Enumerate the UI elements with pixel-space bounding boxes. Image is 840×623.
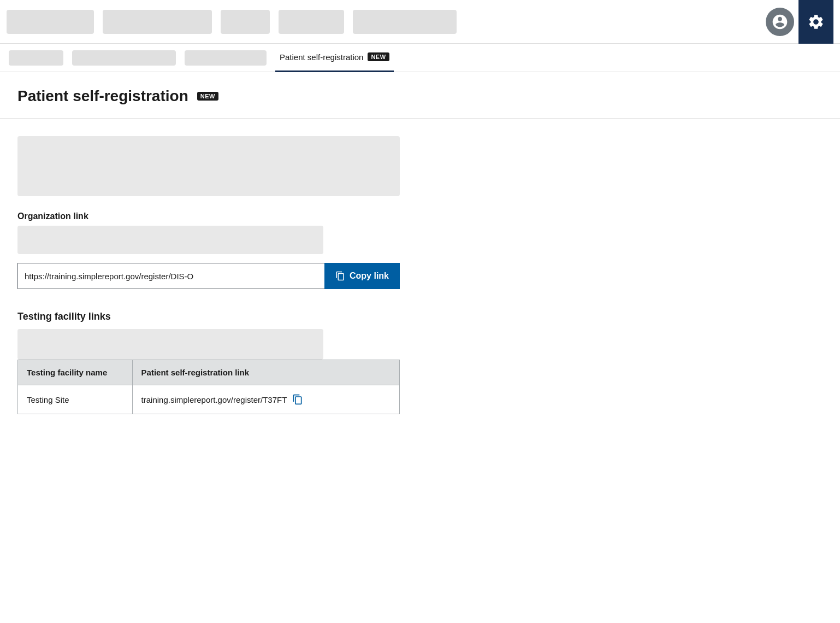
- page-title: Patient self-registration: [17, 87, 188, 105]
- page-new-badge: NEW: [197, 92, 218, 101]
- tab-placeholder-2: [72, 50, 176, 66]
- col-header-reg-link: Patient self-registration link: [132, 360, 399, 385]
- tab-bar: Patient self-registration NEW: [0, 44, 840, 72]
- copy-icon: [335, 271, 345, 281]
- tab-patient-self-registration[interactable]: Patient self-registration NEW: [275, 44, 394, 72]
- nav-item-placeholder-2: [221, 10, 270, 34]
- main-content: Patient self-registration NEW Organizati…: [0, 72, 840, 623]
- tab-placeholder-3: [185, 50, 267, 66]
- page-content: Organization link Copy link Testing faci…: [0, 119, 840, 432]
- copy-link-button[interactable]: Copy link: [324, 263, 400, 289]
- reg-link-text: training.simplereport.gov/register/T37FT: [141, 395, 287, 404]
- nav-item-placeholder-3: [279, 10, 344, 34]
- table-body: Testing Sitetraining.simplereport.gov/re…: [18, 385, 400, 414]
- nav-item-placeholder-1: [103, 10, 212, 34]
- nav-logo-placeholder: [7, 10, 94, 34]
- tab-placeholder-1: [9, 50, 63, 66]
- url-copy-row: Copy link: [17, 263, 400, 289]
- table-header-row: Testing facility name Patient self-regis…: [18, 360, 400, 385]
- table-head: Testing facility name Patient self-regis…: [18, 360, 400, 385]
- copy-link-label: Copy link: [350, 271, 389, 281]
- user-icon-button[interactable]: [766, 8, 794, 36]
- table-row: Testing Sitetraining.simplereport.gov/re…: [18, 385, 400, 414]
- cell-reg-link: training.simplereport.gov/register/T37FT: [132, 385, 399, 414]
- settings-button[interactable]: [798, 0, 833, 44]
- org-link-label: Organization link: [17, 211, 823, 221]
- top-nav: [0, 0, 840, 44]
- facility-desc-placeholder: [17, 329, 323, 360]
- inline-copy-button[interactable]: [292, 394, 303, 405]
- user-circle-icon: [771, 13, 789, 31]
- description-placeholder: [17, 136, 400, 196]
- nav-item-placeholder-4: [353, 10, 457, 34]
- tab-new-badge: NEW: [368, 52, 389, 61]
- cell-facility-name: Testing Site: [18, 385, 133, 414]
- inline-copy-icon: [292, 394, 303, 405]
- col-header-facility-name: Testing facility name: [18, 360, 133, 385]
- org-link-placeholder: [17, 226, 323, 254]
- facility-links-label: Testing facility links: [17, 311, 823, 322]
- gear-icon: [807, 13, 825, 31]
- page-header: Patient self-registration NEW: [0, 72, 840, 119]
- url-input[interactable]: [17, 263, 324, 289]
- facility-table: Testing facility name Patient self-regis…: [17, 360, 400, 414]
- tab-active-label: Patient self-registration: [280, 52, 363, 62]
